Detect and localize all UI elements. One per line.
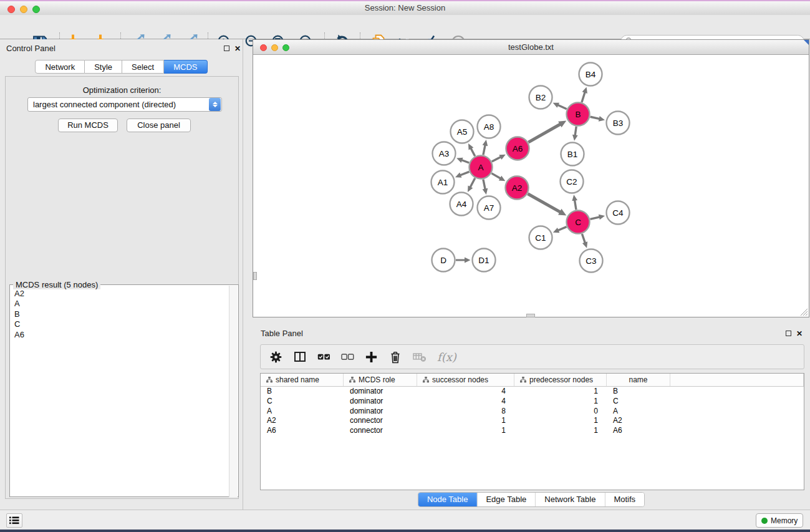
- graph-edge-C-C3[interactable]: [582, 234, 585, 243]
- graph-edge-C-C1[interactable]: [558, 227, 567, 231]
- column-header-successor-nodes[interactable]: successor nodes: [417, 374, 514, 386]
- splitter-handle-left[interactable]: [253, 272, 257, 280]
- tab-style[interactable]: Style: [85, 60, 122, 74]
- mcds-result-item[interactable]: C: [10, 319, 229, 329]
- graph-edge-C-C2[interactable]: [575, 200, 576, 210]
- delete-columns-button[interactable]: [388, 350, 402, 364]
- graph-edge-B-B2[interactable]: [557, 105, 566, 109]
- select-all-button[interactable]: [317, 351, 330, 362]
- minimize-network-window-button[interactable]: [271, 44, 278, 51]
- desktop-wallpaper-bottom: [0, 530, 810, 532]
- criterion-select[interactable]: largest connected component (directed): [27, 97, 222, 112]
- mcds-result-item[interactable]: A6: [10, 330, 229, 340]
- graph-edge-A-A1[interactable]: [460, 172, 469, 175]
- graph-node-label-B2: B2: [536, 93, 546, 102]
- table-cell: 4: [417, 387, 514, 397]
- mcds-result-item[interactable]: B: [10, 309, 229, 319]
- column-header-filler: [670, 374, 804, 386]
- column-type-icon: [520, 377, 526, 383]
- table-panel: Table Panel ✕: [253, 324, 810, 510]
- delete-table-button[interactable]: [413, 351, 427, 362]
- graph-node-label-B: B: [575, 110, 581, 119]
- graph-node-label-A7: A7: [484, 203, 494, 213]
- network-window-traffic-lights: [260, 44, 289, 51]
- graph-edge-A-A7[interactable]: [483, 180, 485, 190]
- control-panel-title: Control Panel: [6, 43, 55, 54]
- table-row[interactable]: Cdominator41C: [261, 397, 804, 407]
- result-scrollbar[interactable]: [229, 286, 238, 497]
- table-cell: C: [261, 397, 344, 407]
- column-label: successor nodes: [432, 375, 488, 384]
- table-cell: connector: [344, 426, 417, 436]
- graph-edge-B-B3[interactable]: [591, 117, 600, 118]
- tab-motifs[interactable]: Motifs: [604, 493, 644, 506]
- network-graph[interactable]: A5A8A3AA1A4A7A6A2B2B4BB3B1C2CC4C1C3DD1: [253, 55, 809, 317]
- graph-edge-arrowhead: [582, 87, 587, 94]
- close-window-button[interactable]: [7, 6, 15, 13]
- gear-icon: [269, 351, 282, 364]
- tab-edge-table[interactable]: Edge Table: [476, 493, 535, 506]
- graph-node-label-B4: B4: [586, 70, 596, 79]
- zoom-window-button[interactable]: [32, 6, 40, 13]
- close-table-panel-icon[interactable]: ✕: [796, 329, 803, 338]
- graph-edge-arrowhead: [572, 135, 578, 141]
- table-row[interactable]: A2connector11A2: [261, 416, 804, 426]
- graph-edge-A-A3[interactable]: [461, 160, 469, 163]
- split-view-icon: [293, 351, 307, 363]
- close-network-window-button[interactable]: [260, 44, 267, 51]
- graph-edge-A-A5[interactable]: [471, 148, 475, 157]
- zoom-network-window-button[interactable]: [282, 44, 289, 51]
- graph-edge-A6-B[interactable]: [528, 124, 560, 142]
- memory-button[interactable]: Memory: [756, 513, 803, 528]
- graph-edge-B-B4[interactable]: [582, 92, 585, 102]
- network-canvas[interactable]: A5A8A3AA1A4A7A6A2B2B4BB3B1C2CC4C1C3DD1: [253, 55, 809, 317]
- table-cell: C: [607, 397, 670, 407]
- column-header-name[interactable]: name: [607, 374, 670, 386]
- graph-edge-C-C4[interactable]: [590, 217, 599, 220]
- column-label: predecessor nodes: [529, 375, 593, 384]
- tab-select[interactable]: Select: [122, 60, 164, 74]
- task-history-button[interactable]: [6, 513, 22, 528]
- add-column-button[interactable]: [365, 351, 378, 364]
- function-builder-button[interactable]: f(x): [437, 351, 456, 364]
- graph-edge-A-A4[interactable]: [470, 178, 475, 188]
- graph-edge-arrowhead: [483, 188, 488, 195]
- status-bar: Memory: [0, 510, 810, 530]
- float-panel-icon[interactable]: [224, 46, 229, 51]
- graph-edge-A-A6[interactable]: [492, 157, 501, 162]
- minimize-window-button[interactable]: [20, 6, 27, 13]
- tab-mcds[interactable]: MCDS: [164, 60, 207, 74]
- splitter-handle-bottom[interactable]: [526, 314, 535, 317]
- graph-edge-arrowhead: [465, 258, 471, 263]
- float-table-panel-icon[interactable]: [786, 331, 791, 336]
- table-cell: 1: [514, 426, 607, 436]
- graph-edge-A-A8[interactable]: [483, 145, 485, 155]
- table-panel-header: Table Panel ✕: [253, 328, 810, 339]
- split-view-button[interactable]: [293, 351, 307, 363]
- mcds-result-item[interactable]: A: [10, 299, 229, 309]
- tab-network-table[interactable]: Network Table: [535, 493, 604, 506]
- table-cell: 8: [417, 407, 514, 417]
- table-row[interactable]: Bdominator41B: [261, 387, 804, 397]
- column-header-shared-name[interactable]: shared name: [261, 374, 344, 386]
- mcds-result-item[interactable]: A2: [10, 289, 229, 299]
- graph-edge-A2-C[interactable]: [528, 194, 560, 212]
- tab-network[interactable]: Network: [35, 60, 85, 74]
- graph-node-label-D: D: [440, 256, 446, 265]
- resize-grip-icon[interactable]: [799, 307, 808, 316]
- table-row[interactable]: Adominator80A: [261, 407, 804, 417]
- tab-node-table[interactable]: Node Table: [418, 493, 477, 506]
- column-header-predecessor-nodes[interactable]: predecessor nodes: [514, 374, 607, 386]
- deselect-all-button[interactable]: [341, 351, 354, 362]
- column-header-mcds-role[interactable]: MCDS role: [344, 374, 417, 386]
- close-panel-button[interactable]: Close panel: [127, 118, 191, 132]
- run-mcds-button[interactable]: Run MCDS: [58, 118, 118, 132]
- graph-edge-B-B1[interactable]: [575, 127, 576, 135]
- table-cell: B: [261, 387, 344, 397]
- table-cell: connector: [344, 416, 417, 426]
- close-panel-icon[interactable]: ✕: [234, 44, 241, 53]
- table-cell: A6: [261, 426, 344, 436]
- graph-edge-A-A2[interactable]: [491, 173, 501, 178]
- table-settings-button[interactable]: [269, 351, 282, 364]
- table-row[interactable]: A6connector11A6: [261, 426, 804, 436]
